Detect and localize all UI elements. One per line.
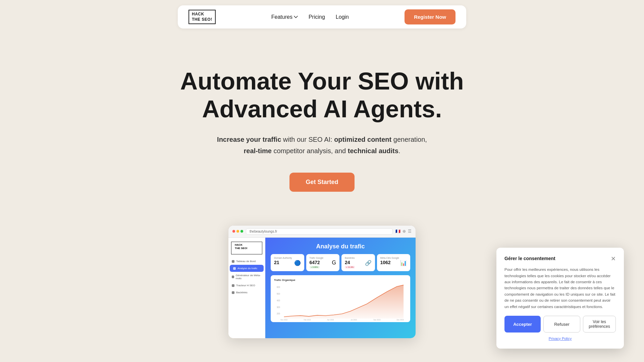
cookie-accept-button[interactable]: Accepter	[504, 316, 541, 333]
domain-authority-icon: 🔵	[294, 260, 301, 266]
svg-text:Sep 2023: Sep 2023	[373, 318, 380, 320]
menu-icon: ☰	[408, 229, 412, 234]
get-started-button[interactable]: Get Started	[289, 173, 354, 192]
traffic-icon	[233, 267, 236, 270]
svg-text:200: 200	[277, 312, 280, 315]
dashboard-body: HACK THE SEO! Tableau de Bord Analyse du…	[228, 238, 416, 338]
svg-text:Jul 2023: Jul 2023	[351, 318, 357, 320]
subtitle-text-2: with our SEO AI:	[281, 136, 334, 143]
svg-text:Nov 2022: Nov 2022	[280, 318, 287, 320]
traffic-chart-area: Trafic Organique 600 500 400 300 200	[271, 275, 410, 322]
cookie-consent-modal: Gérer le consentement ✕ Pour offrir les …	[496, 248, 624, 349]
metric-card-meta-keys: Méta-Clés Google 1062 📊	[377, 254, 411, 271]
cookie-preferences-button[interactable]: Voir les préférences	[583, 316, 616, 333]
hero-title-line2: Advanced AI Agents.	[202, 96, 442, 122]
meta-keys-icon: 📊	[400, 260, 407, 266]
backlinks-metric-icon: 🔗	[365, 260, 372, 266]
sidebar-item-meta[interactable]: Générateur de Méta-mots	[228, 272, 265, 282]
svg-text:Feb 2023: Feb 2023	[304, 318, 311, 320]
logo-line2: THE SEO!	[192, 17, 212, 22]
svg-text:600: 600	[277, 286, 280, 288]
chevron-down-icon	[294, 16, 298, 18]
dashboard-frame: thebeautyloungs.fr 🇫🇷 ⊕ ☰ HACK THE SEO! …	[228, 225, 416, 339]
chart-title: Trafic Organique	[274, 279, 407, 282]
metric-card-traffic: Trafic Google 6472 + 8.88% G	[306, 254, 340, 271]
navbar: HACK THE SEO! Features Pricing Login	[178, 5, 466, 28]
hero-title: Automate Your SEO with Advanced AI Agent…	[171, 67, 473, 123]
organic-traffic-chart: 600 500 400 300 200	[274, 284, 407, 320]
privacy-policy-link[interactable]: Privacy Policy	[504, 337, 616, 341]
subtitle-strong-3: optimized content	[334, 136, 391, 143]
dashboard-section-title: Analyse du trafic	[271, 243, 410, 250]
svg-text:400: 400	[277, 299, 280, 301]
hero-section: Automate Your SEO with Advanced AI Agent…	[0, 34, 644, 212]
pricing-nav-link[interactable]: Pricing	[309, 14, 325, 20]
subtitle-strong-7: technical audits	[348, 147, 398, 155]
svg-text:500: 500	[277, 292, 280, 295]
logo-line1: HACK	[192, 12, 212, 17]
hero-title-line1: Automate Your SEO with	[180, 68, 464, 95]
dashboard-main: Analyse du trafic Domain Authority 21 🔵 …	[265, 238, 416, 338]
meta-icon	[232, 276, 234, 278]
cookie-action-buttons: Accepter Refuser Voir les préférences	[504, 316, 616, 333]
backlinks-icon	[232, 291, 234, 294]
metric-card-backlinks: Backlinks 24 + 11.9% 🔗	[341, 254, 375, 271]
sidebar-item-dashboard[interactable]: Tableau de Bord	[228, 258, 265, 265]
subtitle-text-8: .	[398, 147, 400, 155]
cookie-close-button[interactable]: ✕	[611, 256, 616, 262]
subtitle-strong-5: real-time	[244, 147, 272, 155]
subtitle-strong-1: Increase your traffic	[217, 136, 281, 143]
svg-text:300: 300	[277, 306, 280, 308]
cookie-body-text: Pour offrir les meilleures expériences, …	[504, 266, 616, 310]
traffic-badge: + 8.88%	[310, 266, 320, 268]
cookie-title: Gérer le consentement	[504, 256, 555, 261]
sidebar-item-backlinks[interactable]: Backlinks	[228, 289, 265, 296]
backlinks-badge: + 11.9%	[345, 266, 355, 268]
sidebar-logo: HACK THE SEO!	[231, 242, 262, 255]
cookie-refuse-button[interactable]: Refuser	[543, 316, 580, 333]
svg-text:Apr 2023: Apr 2023	[327, 318, 334, 320]
metric-card-domain-authority: Domain Authority 21 🔵	[271, 254, 304, 271]
login-nav-link[interactable]: Login	[336, 14, 349, 20]
nav-links: Features Pricing Login	[271, 14, 349, 20]
pricing-label: Pricing	[309, 14, 325, 20]
flag-icon: 🇫🇷	[395, 229, 400, 234]
seo-icon	[232, 284, 234, 287]
dashboard-sidebar: HACK THE SEO! Tableau de Bord Analyse du…	[228, 238, 265, 338]
sidebar-item-traffic[interactable]: Analyse du trafic	[230, 265, 264, 272]
login-label: Login	[336, 14, 349, 20]
cookie-header: Gérer le consentement ✕	[504, 256, 616, 262]
navbar-wrapper: HACK THE SEO! Features Pricing Login	[0, 0, 644, 34]
features-nav-link[interactable]: Features	[271, 14, 298, 20]
subtitle-text-6: competitor analysis, and	[272, 147, 348, 155]
browser-url-bar[interactable]: thebeautyloungs.fr	[246, 228, 393, 235]
register-button[interactable]: Register Now	[405, 9, 455, 24]
subtitle-text-4: generation,	[391, 136, 427, 143]
browser-dots	[232, 230, 243, 233]
google-icon: G	[332, 260, 336, 266]
hero-subtitle: Increase your traffic with our SEO AI: o…	[208, 134, 436, 157]
browser-dot-red	[232, 230, 235, 233]
dashboard-icon	[232, 260, 234, 263]
logo[interactable]: HACK THE SEO!	[189, 10, 216, 24]
sidebar-item-seo[interactable]: Tracteur H SEO	[228, 282, 265, 289]
svg-text:Dec 2023: Dec 2023	[397, 318, 404, 320]
browser-action-icons: 🇫🇷 ⊕ ☰	[395, 229, 412, 234]
features-label: Features	[271, 14, 292, 20]
browser-dot-yellow	[236, 230, 239, 233]
share-icon: ⊕	[402, 229, 406, 234]
browser-dot-green	[240, 230, 243, 233]
browser-chrome: thebeautyloungs.fr 🇫🇷 ⊕ ☰	[228, 226, 416, 238]
metric-cards: Domain Authority 21 🔵 Trafic Google 6472…	[271, 254, 410, 271]
